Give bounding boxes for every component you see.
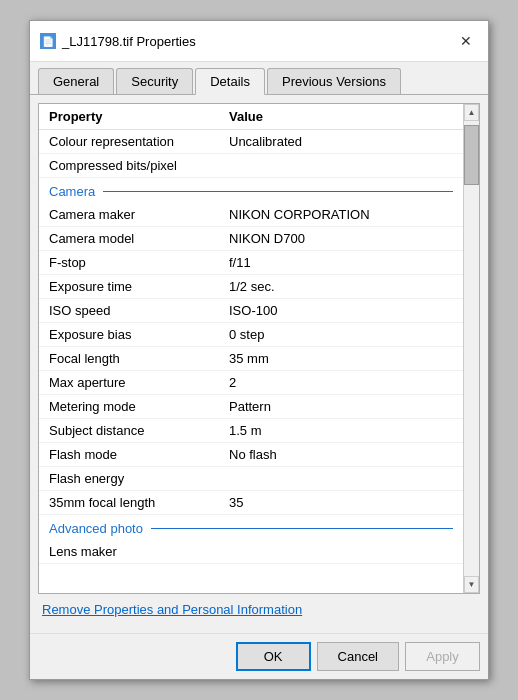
properties-table-container: Property Value Colour representation Unc…	[38, 103, 480, 594]
table-row: Flash energy	[39, 467, 463, 491]
ok-button[interactable]: OK	[236, 642, 311, 671]
table-row: Exposure bias 0 step	[39, 323, 463, 347]
section-label-advanced: Advanced photo	[49, 521, 143, 536]
prop-label: 35mm focal length	[39, 491, 219, 514]
close-button[interactable]: ✕	[454, 29, 478, 53]
table-row: Flash mode No flash	[39, 443, 463, 467]
prop-label: Flash energy	[39, 467, 219, 490]
prop-value: 0 step	[219, 323, 463, 346]
prop-value: 1/2 sec.	[219, 275, 463, 298]
table-row: Focal length 35 mm	[39, 347, 463, 371]
table-row: Camera maker NIKON CORPORATION	[39, 203, 463, 227]
tab-bar: General Security Details Previous Versio…	[30, 62, 488, 95]
title-bar-left: 📄 _LJ11798.tif Properties	[40, 33, 196, 49]
section-header-advanced: Advanced photo	[39, 515, 463, 540]
prop-label: Colour representation	[39, 130, 219, 153]
prop-value	[219, 540, 463, 563]
prop-label: Lens maker	[39, 540, 219, 563]
prop-label: Camera model	[39, 227, 219, 250]
section-header-camera: Camera	[39, 178, 463, 203]
scroll-down-arrow[interactable]: ▼	[464, 576, 479, 593]
prop-value: 2	[219, 371, 463, 394]
prop-value: f/11	[219, 251, 463, 274]
table-row: 35mm focal length 35	[39, 491, 463, 515]
tab-security[interactable]: Security	[116, 68, 193, 94]
prop-label: F-stop	[39, 251, 219, 274]
prop-label: Camera maker	[39, 203, 219, 226]
column-header-property: Property	[39, 104, 219, 130]
prop-label: Max aperture	[39, 371, 219, 394]
prop-value: Uncalibrated	[219, 130, 463, 153]
table-row: Max aperture 2	[39, 371, 463, 395]
prop-value: 35 mm	[219, 347, 463, 370]
prop-label: Flash mode	[39, 443, 219, 466]
title-bar: 📄 _LJ11798.tif Properties ✕	[30, 21, 488, 62]
section-advanced-photo: Advanced photo	[39, 515, 463, 540]
table-row: ISO speed ISO-100	[39, 299, 463, 323]
link-area: Remove Properties and Personal Informati…	[38, 594, 480, 625]
apply-button[interactable]: Apply	[405, 642, 480, 671]
window-title: _LJ11798.tif Properties	[62, 34, 196, 49]
table-row: F-stop f/11	[39, 251, 463, 275]
table-row: Colour representation Uncalibrated	[39, 130, 463, 154]
scroll-up-arrow[interactable]: ▲	[464, 104, 479, 121]
table-scroll-area[interactable]: Property Value Colour representation Unc…	[39, 104, 463, 593]
properties-window: 📄 _LJ11798.tif Properties ✕ General Secu…	[29, 20, 489, 680]
button-bar: OK Cancel Apply	[30, 633, 488, 679]
table-row: Metering mode Pattern	[39, 395, 463, 419]
table-row: Subject distance 1.5 m	[39, 419, 463, 443]
cancel-button[interactable]: Cancel	[317, 642, 399, 671]
table-header: Property Value	[39, 104, 463, 130]
prop-value: 35	[219, 491, 463, 514]
prop-value: 1.5 m	[219, 419, 463, 442]
prop-label: ISO speed	[39, 299, 219, 322]
prop-label: Focal length	[39, 347, 219, 370]
scroll-track[interactable]	[464, 121, 479, 576]
prop-label: Metering mode	[39, 395, 219, 418]
prop-value: Pattern	[219, 395, 463, 418]
table-row: Camera model NIKON D700	[39, 227, 463, 251]
prop-label: Exposure bias	[39, 323, 219, 346]
table-row: Lens maker	[39, 540, 463, 564]
prop-label: Subject distance	[39, 419, 219, 442]
tab-previous-versions[interactable]: Previous Versions	[267, 68, 401, 94]
column-header-value: Value	[219, 104, 463, 130]
file-icon: 📄	[40, 33, 56, 49]
prop-value: NIKON CORPORATION	[219, 203, 463, 226]
section-divider-camera	[103, 191, 453, 192]
prop-value	[219, 154, 463, 177]
section-divider-advanced	[151, 528, 453, 529]
remove-properties-link[interactable]: Remove Properties and Personal Informati…	[42, 602, 302, 617]
tab-details[interactable]: Details	[195, 68, 265, 95]
scroll-thumb[interactable]	[464, 125, 479, 185]
prop-value: ISO-100	[219, 299, 463, 322]
prop-label: Compressed bits/pixel	[39, 154, 219, 177]
table-row: Compressed bits/pixel	[39, 154, 463, 178]
section-camera: Camera	[39, 178, 463, 203]
prop-label: Exposure time	[39, 275, 219, 298]
tab-general[interactable]: General	[38, 68, 114, 94]
table-row: Exposure time 1/2 sec.	[39, 275, 463, 299]
prop-value: NIKON D700	[219, 227, 463, 250]
prop-value	[219, 467, 463, 490]
section-label-camera: Camera	[49, 184, 95, 199]
scrollbar[interactable]: ▲ ▼	[463, 104, 479, 593]
content-area: Property Value Colour representation Unc…	[30, 95, 488, 633]
prop-value: No flash	[219, 443, 463, 466]
